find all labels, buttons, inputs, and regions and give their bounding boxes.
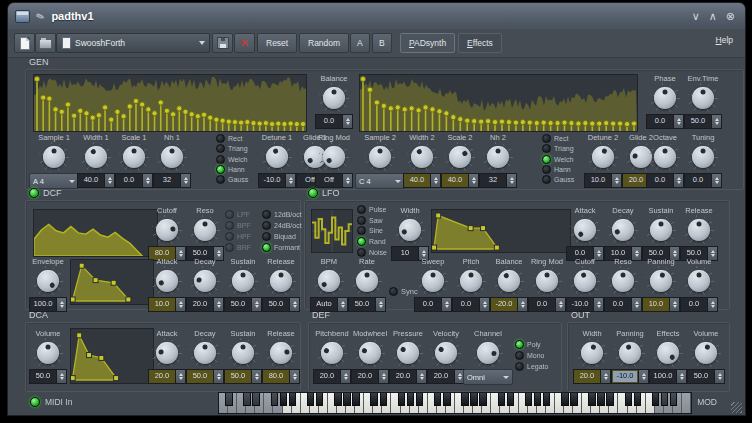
knob-width[interactable] [578,339,606,367]
black-key[interactable] [380,393,387,406]
knob-width-1[interactable] [82,143,110,171]
black-key[interactable] [416,393,423,406]
radio-biquad[interactable]: Biquad [262,231,302,242]
dcf-envelope-display[interactable] [70,259,154,305]
knob-ring-mod[interactable] [320,143,348,171]
knob-modwheel[interactable] [356,339,384,367]
spinbox-pitchbend[interactable]: 20.0 [313,369,351,384]
knob-rate[interactable] [353,267,381,295]
spinbox-attack[interactable]: 10.0 [148,297,186,312]
minimize-button[interactable]: ∨ [692,9,700,23]
radio-saw[interactable]: Saw [357,215,387,226]
gen-harmonics-display-1[interactable] [33,74,307,132]
radio-12db-oct[interactable]: 12dB/oct [262,209,302,220]
spin-buttons[interactable] [180,174,190,187]
knob-cutoff[interactable] [571,267,599,295]
knob-detune-2[interactable] [589,143,617,171]
spinbox-width-2[interactable]: 40.0 [403,173,441,188]
black-key[interactable] [280,393,287,406]
black-key[interactable] [507,393,514,406]
knob-balance[interactable] [495,267,523,295]
black-key[interactable] [271,393,278,406]
spin-buttons[interactable] [337,298,347,311]
gen-harmonics-display-2[interactable] [359,74,638,132]
spin-buttons[interactable] [517,298,527,311]
spin-buttons[interactable] [631,298,641,311]
spin-buttons[interactable] [289,370,299,383]
spin-buttons[interactable] [430,174,440,187]
lfo-envelope-display[interactable] [431,209,571,253]
spin-buttons[interactable] [611,174,621,187]
spinbox-nh-2[interactable]: 32 [479,173,517,188]
knob-ring-mod[interactable] [533,267,561,295]
knob-octave[interactable] [651,143,679,171]
radio-poly[interactable]: Poly [515,339,548,350]
spinbox-volume[interactable]: 0.0 [680,297,718,312]
spin-buttons[interactable] [669,298,679,311]
knob-velocity[interactable] [432,339,460,367]
knob-sustain[interactable] [647,216,675,244]
black-key[interactable] [289,393,296,406]
knob-sample-2[interactable] [366,143,394,171]
knob-effects[interactable] [654,339,682,367]
black-key[interactable] [307,393,314,406]
spin-buttons[interactable] [416,370,426,383]
spinbox-scale-1[interactable]: 0.0 [115,173,153,188]
spin-buttons[interactable] [378,370,388,383]
spin-buttons[interactable] [340,370,350,383]
spin-buttons[interactable] [175,370,185,383]
spin-buttons[interactable] [506,174,516,187]
spin-buttons[interactable] [142,174,152,187]
preset-combo[interactable]: SwooshForth [56,33,210,53]
spin-buttons[interactable] [175,298,185,311]
radio-welch[interactable]: Welch [216,154,248,164]
radio-welch[interactable]: Welch [542,154,574,164]
black-key[interactable] [606,393,613,406]
spinbox-pressure[interactable]: 20.0 [389,369,427,384]
lfo-enabled-led[interactable] [308,188,318,198]
spin-buttons[interactable] [673,115,683,128]
black-key[interactable] [243,393,250,406]
knob-release[interactable] [685,216,713,244]
maximize-button[interactable]: ∧ [709,9,717,23]
black-key[interactable] [334,393,341,406]
white-key[interactable] [682,393,691,413]
help-button[interactable]: Help [712,33,737,47]
knob-sustain[interactable] [229,267,257,295]
knob-volume[interactable] [34,339,62,367]
spinbox-nh-1[interactable]: 32 [153,173,191,188]
spinbox-phase[interactable]: 0.0 [646,114,684,129]
black-key[interactable] [625,393,632,406]
knob-attack[interactable] [571,216,599,244]
spinbox-balance[interactable]: 0.0 [315,114,353,129]
knob-tuning[interactable] [689,143,717,171]
black-key[interactable] [443,393,450,406]
black-key[interactable] [525,393,532,406]
spinbox-env-time[interactable]: 50.0 [684,114,722,129]
spinbox-width[interactable]: 20.0 [573,369,611,384]
spin-buttons[interactable] [638,370,648,383]
spinbox-release[interactable]: 50.0 [262,297,300,312]
combo-channel[interactable]: Omni [463,369,513,385]
spinbox-scale-2[interactable]: 40.0 [441,173,479,188]
midi-in-indicator[interactable]: MIDI In [30,397,72,407]
spin-buttons[interactable] [468,174,478,187]
spinbox-panning[interactable]: -10.0 [611,369,649,384]
spinbox-reso[interactable]: 0.0 [604,297,642,312]
black-key[interactable] [661,393,668,406]
knob-decay[interactable] [609,216,637,244]
save-preset-button[interactable] [212,33,233,53]
black-key[interactable] [498,393,505,406]
open-preset-button[interactable] [35,33,56,53]
spinbox-attack[interactable]: 20.0 [148,369,186,384]
knob-channel[interactable] [474,339,502,367]
spinbox-volume[interactable]: 50.0 [687,369,725,384]
spin-buttons[interactable] [342,115,352,128]
spin-buttons[interactable] [600,370,610,383]
spin-buttons[interactable] [711,115,721,128]
spin-buttons[interactable] [676,370,686,383]
knob-release[interactable] [267,267,295,295]
radio-pulse[interactable]: Pulse [357,204,387,215]
compare-b-button[interactable]: B [372,33,392,53]
knob-balance[interactable] [320,84,348,112]
